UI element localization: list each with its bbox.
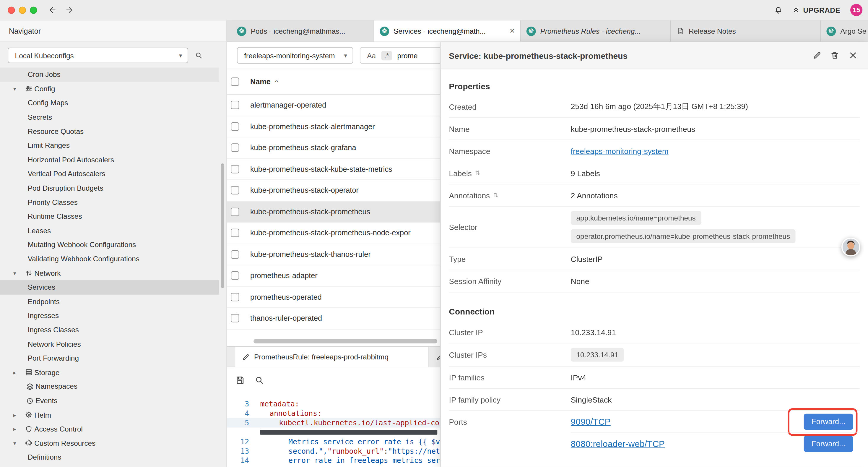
save-icon[interactable] [235,375,245,385]
name-column-header[interactable]: Name [250,78,271,86]
sidebar-item-horizontal-pod-autoscalers[interactable]: Horizontal Pod Autoscalers [0,152,219,167]
close-window-button[interactable] [8,6,15,13]
chevron-down-icon[interactable]: ▾ [13,86,23,92]
row-checkbox[interactable] [231,207,239,216]
sidebar-item-helm[interactable]: ▸Helm [0,408,219,422]
sidebar-scrollbar[interactable] [221,164,224,288]
expand-toggle-icon[interactable]: ⇅ [475,169,480,176]
tab-prometheus-rules-icecheng[interactable]: ☸Prometheus Rules - icecheng... [521,20,671,41]
forward-arrow-icon[interactable] [65,6,73,14]
sidebar-item-mutating-webhook-configurations[interactable]: Mutating Webhook Configurations [0,238,219,252]
close-icon[interactable] [848,51,858,61]
namespace-link[interactable]: freeleaps-monitoring-system [571,147,669,155]
upgrade-button[interactable]: UPGRADE [792,6,840,14]
chevron-right-icon[interactable]: ▸ [13,426,23,432]
close-tab-icon[interactable]: × [509,26,515,36]
chevron-right-icon[interactable]: ▸ [13,370,23,376]
row-checkbox[interactable] [231,165,239,173]
editor-tabs: ☸Pods - icecheng@mathmas...☸Services - i… [231,20,868,41]
row-checkbox[interactable] [231,293,239,301]
chevron-right-icon[interactable]: ▸ [13,412,23,418]
sidebar-item-endpoints[interactable]: Endpoints [0,294,219,309]
detail-value: ClusterIP [571,255,860,263]
service-name: kube-prometheus-stack-grafana [250,144,356,152]
sidebar-item-leases[interactable]: Leases [0,224,219,238]
sidebar-item-vertical-pod-autoscalers[interactable]: Vertical Pod Autoscalers [0,167,219,181]
namespace-selector[interactable]: freeleaps-monitoring-system ▾ [237,47,353,63]
sidebar-item-runtime-classes[interactable]: Runtime Classes [0,209,219,224]
row-checkbox[interactable] [231,229,239,237]
avatar[interactable] [841,238,860,257]
detail-value: freeleaps-monitoring-system [571,147,860,155]
port-link[interactable]: 9090/TCP [571,417,611,427]
sidebar-item-ingress-classes[interactable]: Ingress Classes [0,323,219,337]
back-arrow-icon[interactable] [48,6,57,14]
line-number: 4 [227,409,255,418]
expand-toggle-icon[interactable]: ⇅ [493,192,498,199]
tab-pods-icecheng-mathmas[interactable]: ☸Pods - icecheng@mathmas... [231,20,374,41]
delete-icon[interactable] [831,51,839,61]
tab-argo-se[interactable]: ☸Argo Se [821,20,868,41]
detail-label: Labels [449,169,472,178]
port-link[interactable]: 8080:reloader-web/TCP [571,439,665,449]
sidebar-item-definitions[interactable]: Definitions [0,450,219,465]
sidebar-item-config[interactable]: ▾Config [0,82,219,96]
kubernetes-cluster-icon: ☸ [237,26,246,36]
sidebar-item-cron-jobs[interactable]: Cron Jobs [0,68,219,82]
sidebar-item-namespaces[interactable]: Namespaces [0,380,219,394]
chevron-down-icon[interactable]: ▾ [13,440,23,446]
maximize-window-button[interactable] [30,6,37,13]
row-checkbox[interactable] [231,122,239,130]
sidebar-item-custom-resources[interactable]: ▾Custom Resources [0,436,219,450]
row-checkbox[interactable] [231,101,239,109]
tab-release-notes[interactable]: Release Notes [671,20,821,41]
forward-button[interactable]: Forward... [804,414,853,430]
sidebar-item-network[interactable]: ▾Network [0,266,219,280]
sidebar-item-label: Helm [34,411,51,419]
detail-label: Selector [449,223,477,231]
row-checkbox[interactable] [231,250,239,258]
sidebar-item-config-maps[interactable]: Config Maps [0,96,219,110]
minimize-window-button[interactable] [19,6,26,13]
match-case-toggle[interactable]: Aa [367,51,376,59]
forward-button[interactable]: Forward... [804,436,853,452]
row-checkbox[interactable] [231,186,239,195]
sidebar-item-storage[interactable]: ▸Storage [0,365,219,380]
select-all-checkbox[interactable] [231,78,239,86]
sidebar-item-label: Limit Ranges [28,141,70,150]
dock-tab-label: PrometheusRule: freeleaps-prod-rabbitmq [254,353,389,361]
dock-tab-prometheusrule[interactable]: PrometheusRule: freeleaps-prod-rabbitmq [235,347,429,367]
sidebar-item-port-forwarding[interactable]: Port Forwarding [0,351,219,365]
tab-services-icecheng-math[interactable]: ☸Services - icecheng@math...× [374,20,521,41]
drawer-title: Service: kube-prometheus-stack-prometheu… [449,51,627,60]
sidebar-item-validating-webhook-configurations[interactable]: Validating Webhook Configurations [0,252,219,266]
drawer-body: PropertiesCreated253d 16h 6m ago (2025年1… [440,76,868,455]
detail-label: IP families [449,373,485,382]
sidebar-item-limit-ranges[interactable]: Limit Ranges [0,138,219,152]
edit-icon[interactable] [813,51,822,61]
search-icon[interactable] [255,375,264,385]
service-name: alertmanager-operated [250,101,326,109]
sidebar-item-resource-quotas[interactable]: Resource Quotas [0,124,219,138]
row-checkbox[interactable] [231,144,239,152]
sidebar-item-pod-disruption-budgets[interactable]: Pod Disruption Budgets [0,181,219,195]
detail-value: IPv4 [571,373,860,382]
notification-count-badge[interactable]: 15 [850,4,862,16]
sidebar-item-network-policies[interactable]: Network Policies [0,337,219,351]
row-checkbox[interactable] [231,314,239,322]
row-checkbox[interactable] [231,272,239,280]
sidebar-item-access-control[interactable]: ▸Access Control [0,422,219,436]
horizontal-scrollbar[interactable] [253,339,437,344]
regex-toggle[interactable]: .* [381,51,392,60]
sidebar-item-events[interactable]: Events [0,394,219,408]
sidebar-item-secrets[interactable]: Secrets [0,110,219,124]
search-query-text[interactable]: prome [397,51,418,59]
sidebar-item-ingresses[interactable]: Ingresses [0,309,219,323]
notifications-bell-icon[interactable] [774,6,782,14]
detail-label: Ports [449,417,467,426]
section-heading-properties: Properties [449,76,860,96]
chevron-down-icon[interactable]: ▾ [13,270,23,276]
sidebar-item-services[interactable]: Services [0,280,219,294]
sidebar-item-priority-classes[interactable]: Priority Classes [0,195,219,209]
sidebar-item-label: Runtime Classes [28,212,82,221]
